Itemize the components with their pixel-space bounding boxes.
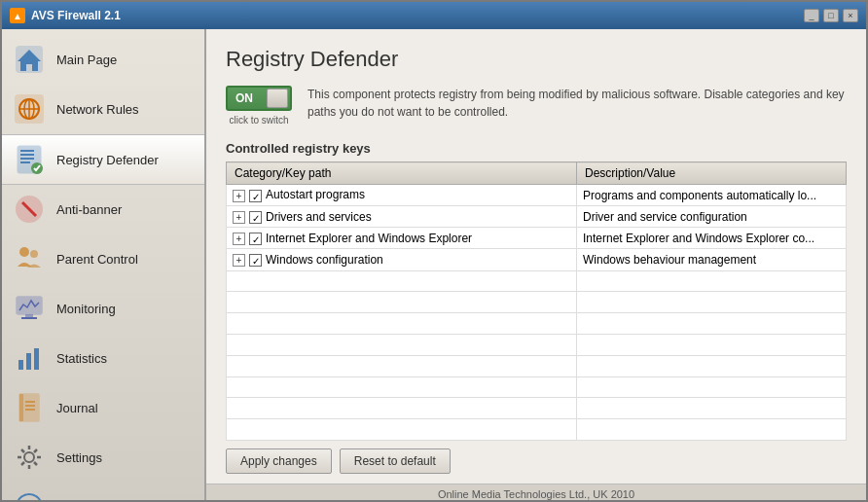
description-text: This component protects registry from be…	[307, 86, 847, 121]
svg-rect-11	[20, 161, 30, 163]
svg-rect-20	[18, 360, 23, 370]
main-layout: Main Page Network Rules	[2, 29, 866, 502]
apply-changes-button[interactable]: Apply changes	[226, 448, 332, 474]
sidebar-label-registry-defender: Registry Defender	[56, 153, 159, 167]
check-icon[interactable]: ✓	[249, 233, 262, 245]
sidebar-label-main-page: Main Page	[56, 53, 117, 67]
registry-table: Category/Key path Description/Value +✓Au…	[226, 161, 847, 441]
minimize-button[interactable]: _	[804, 9, 819, 22]
network-icon	[12, 91, 47, 126]
expand-icon[interactable]: +	[233, 190, 245, 202]
sidebar-label-anti-banner: Anti-banner	[56, 202, 122, 217]
sidebar-item-statistics[interactable]: Statistics	[2, 334, 204, 383]
footer-text: Online Media Technologies Ltd., UK 2010	[438, 488, 634, 500]
table-empty-row	[227, 419, 847, 441]
col-header-value: Description/Value	[577, 162, 847, 185]
app-title: AVS Firewall 2.1	[31, 9, 121, 22]
svg-rect-8	[20, 150, 34, 152]
row-value-label: Driver and service configuration	[577, 206, 847, 228]
maximize-button[interactable]: □	[823, 9, 839, 22]
svg-line-35	[34, 449, 37, 452]
page-title: Registry Defender	[226, 47, 847, 72]
about-icon: ?	[12, 489, 47, 502]
svg-rect-24	[19, 394, 23, 421]
section-heading: Controlled registry keys	[226, 141, 847, 156]
table-empty-row	[227, 376, 847, 398]
buttons-row: Apply changes Reset to default	[226, 441, 847, 474]
row-key-label: Internet Explorer and Windows Explorer	[266, 232, 472, 245]
svg-point-28	[24, 452, 34, 462]
sidebar-item-registry-defender[interactable]: Registry Defender	[2, 134, 204, 185]
sidebar-item-settings[interactable]: Settings	[2, 433, 204, 483]
toggle-switch[interactable]: ON	[226, 86, 292, 111]
row-value-label: Programs and components automatically lo…	[577, 185, 847, 206]
sidebar-label-network-rules: Network Rules	[56, 102, 139, 117]
check-icon[interactable]: ✓	[249, 211, 262, 224]
sidebar-item-parent-control[interactable]: Parent Control	[2, 234, 204, 284]
svg-rect-10	[20, 158, 34, 160]
registry-icon	[12, 142, 47, 177]
window-controls[interactable]: _ □ ×	[804, 9, 858, 22]
svg-line-34	[34, 462, 37, 465]
svg-line-36	[21, 462, 24, 465]
toggle-knob	[267, 89, 288, 108]
sidebar-item-journal[interactable]: Journal	[2, 383, 204, 433]
svg-rect-9	[20, 154, 34, 156]
table-empty-row	[227, 355, 847, 376]
expand-icon[interactable]: +	[233, 254, 245, 267]
toggle-hint: click to switch	[229, 115, 288, 126]
sidebar-label-monitoring: Monitoring	[56, 302, 116, 316]
close-button[interactable]: ×	[843, 9, 858, 22]
table-wrapper: Category/Key path Description/Value +✓Au…	[226, 161, 847, 441]
home-icon	[12, 42, 47, 77]
app-icon: ▲	[10, 8, 25, 23]
sidebar: Main Page Network Rules	[2, 29, 206, 502]
sidebar-item-network-rules[interactable]: Network Rules	[2, 85, 204, 134]
row-key-label: Autostart programs	[266, 188, 365, 201]
svg-point-16	[30, 250, 38, 258]
svg-text:?: ?	[24, 498, 34, 502]
table-row[interactable]: +✓Autostart programsPrograms and compone…	[227, 185, 847, 206]
table-empty-row	[227, 292, 847, 313]
table-empty-row	[227, 398, 847, 419]
check-icon[interactable]: ✓	[249, 254, 262, 267]
sidebar-item-about[interactable]: ? About	[2, 483, 204, 502]
table-empty-row	[227, 334, 847, 355]
col-header-key: Category/Key path	[227, 162, 577, 185]
table-row[interactable]: +✓Windows configurationWindows behaviour…	[227, 249, 847, 270]
title-bar: ▲ AVS Firewall 2.1 _ □ ×	[2, 2, 866, 29]
top-row: ON click to switch This component protec…	[226, 86, 847, 126]
reset-default-button[interactable]: Reset to default	[340, 448, 451, 474]
sidebar-item-anti-banner[interactable]: Anti-banner	[2, 185, 204, 234]
sidebar-item-monitoring[interactable]: Monitoring	[2, 284, 204, 334]
monitoring-icon	[12, 291, 47, 326]
row-key-label: Drivers and services	[266, 210, 372, 224]
statistics-icon	[12, 341, 47, 376]
antibanner-icon	[12, 192, 47, 227]
toggle-container: ON click to switch	[226, 86, 292, 126]
settings-icon	[12, 440, 47, 475]
svg-line-33	[21, 449, 24, 452]
svg-rect-21	[26, 353, 31, 370]
sidebar-label-parent-control: Parent Control	[56, 252, 138, 267]
expand-icon[interactable]: +	[233, 233, 245, 245]
svg-rect-22	[34, 348, 39, 370]
sidebar-label-settings: Settings	[56, 450, 102, 465]
table-row[interactable]: +✓Drivers and servicesDriver and service…	[227, 206, 847, 228]
expand-icon[interactable]: +	[233, 211, 245, 224]
table-empty-row	[227, 313, 847, 335]
sidebar-item-main-page[interactable]: Main Page	[2, 35, 204, 85]
check-icon[interactable]: ✓	[249, 190, 262, 202]
row-value-label: Internet Explorer and Windows Explorer c…	[577, 228, 847, 249]
toggle-on-label: ON	[235, 91, 253, 105]
table-row[interactable]: +✓Internet Explorer and Windows Explorer…	[227, 228, 847, 249]
journal-icon	[12, 390, 47, 425]
parent-icon	[12, 241, 47, 276]
svg-point-15	[19, 247, 29, 257]
row-key-label: Windows configuration	[266, 253, 383, 267]
footer: Online Media Technologies Ltd., UK 2010	[206, 484, 866, 502]
row-value-label: Windows behaviour management	[577, 249, 847, 270]
sidebar-label-journal: Journal	[56, 401, 98, 415]
sidebar-label-statistics: Statistics	[56, 351, 107, 366]
content-area: Registry Defender ON click to switch Thi…	[206, 29, 866, 484]
